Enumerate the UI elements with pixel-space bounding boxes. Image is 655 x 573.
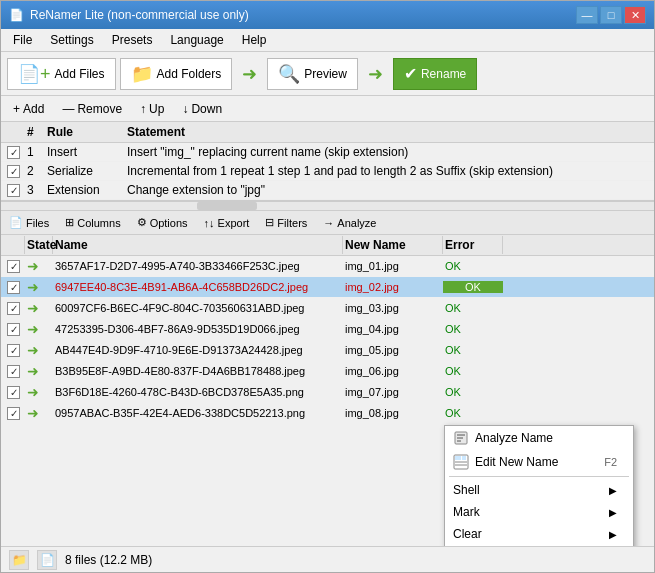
status-icon-folder[interactable]: 📁 xyxy=(9,550,29,570)
rules-remove-button[interactable]: — Remove xyxy=(54,101,130,117)
rules-add-button[interactable]: + Add xyxy=(5,101,52,117)
svg-rect-5 xyxy=(455,456,461,460)
main-toolbar: 📄+ Add Files 📁 Add Folders ➜ 🔍 Preview ➜… xyxy=(1,52,654,96)
context-menu: Analyze Name Edit New Name xyxy=(444,425,634,546)
add-files-label: Add Files xyxy=(55,67,105,81)
ctx-clear[interactable]: Clear xyxy=(445,523,633,545)
file-error-6: OK xyxy=(443,364,503,378)
file-name-8: 0957ABAC-B35F-42E4-AED6-338DC5D52213.png xyxy=(53,406,343,420)
tab-filters[interactable]: ⊟ Filters xyxy=(261,215,311,230)
status-bar: 📁 📄 8 files (12.2 MB) xyxy=(1,546,654,572)
file-row-5[interactable]: ➜ AB447E4D-9D9F-4710-9E6E-D91373A24428.j… xyxy=(1,340,654,361)
tab-options[interactable]: ⚙ Options xyxy=(133,215,192,230)
ctx-analyze-name[interactable]: Analyze Name xyxy=(445,426,633,450)
rule-check-3[interactable] xyxy=(5,182,25,198)
file-newname-1: img_01.jpg xyxy=(343,259,443,273)
file-check-6[interactable] xyxy=(5,364,25,379)
file-row-8[interactable]: ➜ 0957ABAC-B35F-42E4-AED6-338DC5D52213.p… xyxy=(1,403,654,424)
down-icon: ↓ xyxy=(182,102,188,116)
rule-check-2[interactable] xyxy=(5,163,25,179)
rules-up-button[interactable]: ↑ Up xyxy=(132,101,172,117)
ctx-select[interactable]: Select xyxy=(445,545,633,546)
file-arrow-1: ➜ xyxy=(25,257,53,275)
rule-row-3[interactable]: 3 Extension Change extension to "jpg" xyxy=(1,181,654,200)
title-controls: — □ ✕ xyxy=(576,6,646,24)
main-window: 📄 ReNamer Lite (non-commercial use only)… xyxy=(0,0,655,573)
rule-stmt-3: Change extension to "jpg" xyxy=(125,182,650,198)
rules-down-button[interactable]: ↓ Down xyxy=(174,101,230,117)
menu-presets[interactable]: Presets xyxy=(104,31,161,49)
file-check-8[interactable] xyxy=(5,406,25,421)
file-arrow-4: ➜ xyxy=(25,320,53,338)
tab-analyze[interactable]: → Analyze xyxy=(319,216,380,230)
file-check-4[interactable] xyxy=(5,322,25,337)
file-row-1[interactable]: ➜ 3657AF17-D2D7-4995-A740-3B33466F253C.j… xyxy=(1,256,654,277)
maximize-button[interactable]: □ xyxy=(600,6,622,24)
columns-tab-icon: ⊞ xyxy=(65,216,74,229)
tab-columns[interactable]: ⊞ Columns xyxy=(61,215,124,230)
add-folders-label: Add Folders xyxy=(157,67,222,81)
files-col-check xyxy=(5,236,25,254)
window-title: ReNamer Lite (non-commercial use only) xyxy=(30,8,249,22)
add-icon: + xyxy=(13,102,20,116)
file-row-7[interactable]: ➜ B3F6D18E-4260-478C-B43D-6BCD378E5A35.p… xyxy=(1,382,654,403)
file-check-1[interactable] xyxy=(5,259,25,274)
status-icon-file[interactable]: 📄 xyxy=(37,550,57,570)
rule-row-1[interactable]: 1 Insert Insert "img_" replacing current… xyxy=(1,143,654,162)
ctx-mark[interactable]: Mark xyxy=(445,501,633,523)
tab-export[interactable]: ↑↓ Export xyxy=(200,216,254,230)
ctx-edit-new-name[interactable]: Edit New Name F2 xyxy=(445,450,633,474)
file-row-3[interactable]: ➜ 60097CF6-B6EC-4F9C-804C-703560631ABD.j… xyxy=(1,298,654,319)
rename-icon: ✔ xyxy=(404,64,417,83)
analyze-tab-icon: → xyxy=(323,217,334,229)
preview-button[interactable]: 🔍 Preview xyxy=(267,58,358,90)
add-files-button[interactable]: 📄+ Add Files xyxy=(7,58,116,90)
rules-col-rule: Rule xyxy=(45,124,125,140)
file-check-7[interactable] xyxy=(5,385,25,400)
menu-settings[interactable]: Settings xyxy=(42,31,101,49)
file-row-6[interactable]: ➜ B3B95E8F-A9BD-4E80-837F-D4A6BB178488.j… xyxy=(1,361,654,382)
menu-help[interactable]: Help xyxy=(234,31,275,49)
rules-up-label: Up xyxy=(149,102,164,116)
file-row-2[interactable]: ➜ 6947EE40-8C3E-4B91-AB6A-4C658BD26DC2.j… xyxy=(1,277,654,298)
rule-row-2[interactable]: 2 Serialize Incremental from 1 repeat 1 … xyxy=(1,162,654,181)
rename-button[interactable]: ✔ Rename xyxy=(393,58,477,90)
file-row-4[interactable]: ➜ 47253395-D306-4BF7-86A9-9D535D19D066.j… xyxy=(1,319,654,340)
menu-bar: File Settings Presets Language Help xyxy=(1,29,654,52)
rule-name-3: Extension xyxy=(45,182,125,198)
file-newname-4: img_04.jpg xyxy=(343,322,443,336)
rule-check-1[interactable] xyxy=(5,144,25,160)
ctx-analyze-name-label: Analyze Name xyxy=(475,431,553,445)
files-col-newname: New Name xyxy=(343,236,443,254)
ctx-edit-new-name-shortcut: F2 xyxy=(604,456,617,468)
file-check-2[interactable] xyxy=(5,280,25,295)
rules-scrollbar[interactable] xyxy=(1,201,654,211)
file-count: 8 files (12.2 MB) xyxy=(65,553,152,567)
file-check-5[interactable] xyxy=(5,343,25,358)
ctx-shell[interactable]: Shell xyxy=(445,479,633,501)
rules-table-header: # Rule Statement xyxy=(1,122,654,143)
tab-files[interactable]: 📄 Files xyxy=(5,215,53,230)
rules-table: # Rule Statement 1 Insert Insert "img_" … xyxy=(1,122,654,201)
rule-name-2: Serialize xyxy=(45,163,125,179)
folder-icon: 📁 xyxy=(12,553,27,567)
add-folders-button[interactable]: 📁 Add Folders xyxy=(120,58,233,90)
analyze-name-icon xyxy=(453,430,469,446)
close-button[interactable]: ✕ xyxy=(624,6,646,24)
rules-col-statement: Statement xyxy=(125,124,650,140)
file-arrow-6: ➜ xyxy=(25,362,53,380)
file-name-5: AB447E4D-9D9F-4710-9E6E-D91373A24428.jpe… xyxy=(53,343,343,357)
file-check-3[interactable] xyxy=(5,301,25,316)
file-newname-6: img_06.jpg xyxy=(343,364,443,378)
menu-file[interactable]: File xyxy=(5,31,40,49)
file-newname-2: img_02.jpg xyxy=(343,280,443,294)
rules-col-num: # xyxy=(25,124,45,140)
file-name-6: B3B95E8F-A9BD-4E80-837F-D4A6BB178488.jpe… xyxy=(53,364,343,378)
minimize-button[interactable]: — xyxy=(576,6,598,24)
rule-stmt-1: Insert "img_" replacing current name (sk… xyxy=(125,144,650,160)
files-col-name: Name xyxy=(53,236,343,254)
file-name-4: 47253395-D306-4BF7-86A9-9D535D19D066.jpe… xyxy=(53,322,343,336)
menu-language[interactable]: Language xyxy=(162,31,231,49)
file-arrow-8: ➜ xyxy=(25,404,53,422)
up-icon: ↑ xyxy=(140,102,146,116)
